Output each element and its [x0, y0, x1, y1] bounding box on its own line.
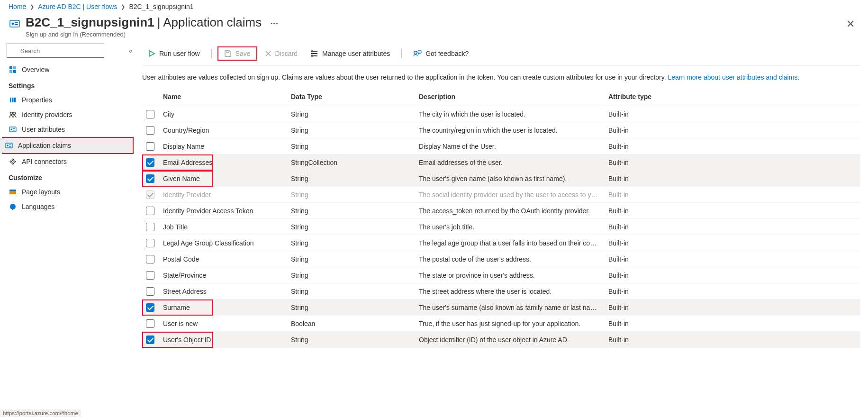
cell-attribute-type: Built-in — [608, 207, 859, 215]
feedback-icon — [413, 50, 422, 57]
cell-datatype: String — [291, 143, 419, 150]
discard-button[interactable]: Discard — [259, 47, 303, 60]
manage-user-attributes-button[interactable]: Manage user attributes — [305, 47, 396, 60]
column-header-name[interactable]: Name — [163, 93, 291, 100]
row-checkbox[interactable] — [146, 303, 154, 312]
cell-attribute-type: Built-in — [608, 320, 859, 327]
cell-attribute-type: Built-in — [608, 239, 859, 247]
sidebar-item-application-claims[interactable]: Application claims — [0, 138, 133, 153]
row-checkbox[interactable] — [146, 271, 154, 280]
svg-rect-26 — [12, 208, 13, 210]
save-icon — [224, 50, 232, 57]
cell-description: The access_token returned by the OAuth i… — [419, 207, 608, 215]
table-row: Identity Provider Access TokenStringThe … — [142, 203, 860, 219]
cell-datatype: String — [291, 288, 419, 295]
sidebar-group-label: Settings — [7, 77, 133, 92]
row-checkbox[interactable] — [146, 110, 154, 118]
sidebar-item-properties[interactable]: Properties — [4, 93, 133, 107]
table-row: Country/RegionStringThe country/region i… — [142, 122, 860, 138]
svg-rect-11 — [12, 98, 14, 102]
cell-datatype: String — [291, 191, 419, 199]
run-user-flow-button[interactable]: Run user flow — [142, 47, 206, 60]
cell-name: City — [163, 110, 174, 118]
close-icon[interactable]: ✕ — [841, 16, 859, 32]
row-checkbox[interactable] — [146, 207, 154, 215]
properties-icon — [9, 96, 17, 104]
search-input[interactable] — [7, 44, 104, 58]
feedback-button[interactable]: Got feedback? — [407, 47, 474, 60]
cell-name: Display Name — [163, 143, 204, 150]
sidebar-item-user-attributes[interactable]: User attributes — [4, 122, 133, 136]
row-checkbox[interactable] — [146, 335, 154, 344]
row-checkbox[interactable] — [146, 158, 154, 167]
cell-description: True, if the user has just signed-up for… — [419, 320, 608, 327]
cell-description: Display Name of the User. — [419, 143, 608, 150]
row-checkbox[interactable] — [146, 142, 154, 151]
breadcrumb-link-home[interactable]: Home — [9, 3, 26, 10]
breadcrumb-link-userflows[interactable]: Azure AD B2C | User flows — [38, 3, 117, 10]
more-actions-icon[interactable]: ··· — [270, 18, 278, 29]
sidebar-group-label: Customize — [7, 169, 133, 184]
column-header-attributetype[interactable]: Attribute type — [608, 93, 859, 100]
sidebar-item-languages[interactable]: Languages — [4, 199, 133, 214]
main-content: Run user flow Save Discard Manage user a… — [133, 43, 868, 348]
table-row: Street AddressStringThe street address w… — [142, 283, 860, 299]
sidebar-item-identity-providers[interactable]: Identity providers — [4, 108, 133, 122]
cell-name: Email Addresses — [163, 159, 212, 166]
cell-name: Identity Provider Access Token — [163, 207, 253, 215]
cell-datatype: String — [291, 207, 419, 215]
sidebar-item-api-connectors[interactable]: API connectors — [4, 154, 133, 169]
row-checkbox[interactable] — [146, 319, 154, 328]
sidebar-item-page-layouts[interactable]: Page layouts — [4, 185, 133, 199]
sidebar-item-overview[interactable]: Overview — [4, 63, 133, 77]
svg-rect-35 — [311, 53, 313, 54]
table-row: Email AddressesStringCollectionEmail add… — [142, 154, 860, 171]
row-checkbox — [146, 190, 154, 199]
row-checkbox[interactable] — [146, 223, 154, 231]
svg-marker-27 — [149, 51, 154, 56]
play-icon — [148, 50, 155, 57]
collapse-sidebar-icon[interactable]: « — [129, 47, 133, 54]
table-row: Identity ProviderStringThe social identi… — [142, 187, 860, 203]
svg-rect-28 — [226, 51, 229, 53]
cell-datatype: String — [291, 223, 419, 231]
cell-datatype: Boolean — [291, 320, 419, 327]
toolbar: Run user flow Save Discard Manage user a… — [142, 43, 860, 66]
table-row: Display NameStringDisplay Name of the Us… — [142, 138, 860, 154]
table-row: Postal CodeStringThe postal code of the … — [142, 251, 860, 267]
sidebar-item-label: API connectors — [22, 158, 67, 165]
row-checkbox[interactable] — [146, 174, 154, 183]
table-row: State/ProvinceStringThe state or provinc… — [142, 267, 860, 283]
user-attributes-icon — [9, 126, 17, 133]
sidebar-item-label: Properties — [22, 96, 52, 104]
page-subtitle: Sign up and sign in (Recommended) — [26, 31, 841, 38]
cell-datatype: String — [291, 175, 419, 182]
svg-rect-6 — [9, 66, 12, 69]
cell-attribute-type: Built-in — [608, 175, 859, 182]
cell-description: The street address where the user is loc… — [419, 288, 608, 295]
svg-point-16 — [10, 128, 12, 130]
cell-description: The city in which the user is located. — [419, 110, 608, 118]
row-checkbox[interactable] — [146, 287, 154, 296]
save-button[interactable]: Save — [218, 47, 256, 60]
toolbar-divider — [401, 49, 402, 58]
cell-name: Legal Age Group Classification — [163, 239, 253, 247]
languages-icon — [9, 203, 17, 210]
row-checkbox[interactable] — [146, 255, 154, 263]
learn-more-link[interactable]: Learn more about user attributes and cla… — [668, 73, 799, 81]
cell-description: The legal age group that a user falls in… — [419, 239, 608, 247]
column-header-description[interactable]: Description — [419, 93, 608, 100]
breadcrumb-current: B2C_1_signupsignin1 — [129, 3, 193, 10]
table-row: User is newBooleanTrue, if the user has … — [142, 316, 860, 332]
sidebar-item-label: Identity providers — [22, 111, 72, 118]
cell-name: Postal Code — [163, 255, 199, 263]
cell-attribute-type: Built-in — [608, 143, 859, 150]
column-header-datatype[interactable]: Data Type — [291, 93, 419, 100]
svg-rect-10 — [10, 98, 11, 102]
sidebar: « Overview SettingsPropertiesIdentity pr… — [0, 43, 133, 348]
svg-rect-9 — [13, 70, 16, 73]
svg-point-20 — [7, 145, 9, 146]
table-row: CityStringThe city in which the user is … — [142, 106, 860, 122]
row-checkbox[interactable] — [146, 126, 154, 135]
row-checkbox[interactable] — [146, 239, 154, 247]
